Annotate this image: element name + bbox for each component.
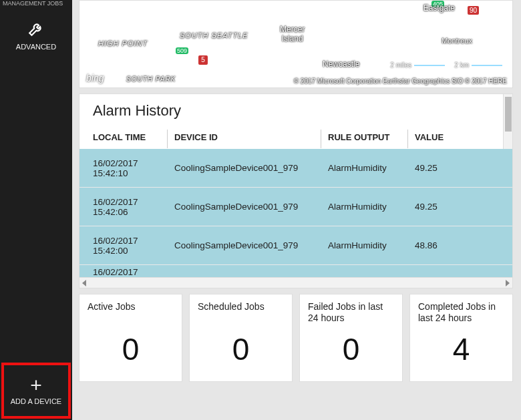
card-label: Active Jobs [88, 301, 174, 324]
card-value: 0 [198, 324, 284, 375]
failed-jobs-card: Failed Jobs in last 24 hours 0 [299, 294, 403, 382]
cell-device: CoolingSampleDevice001_979 [174, 202, 328, 212]
main-content: 405 90 509 5 Eastgate Mercer Island SOUT… [72, 0, 521, 420]
map[interactable]: 405 90 509 5 Eastgate Mercer Island SOUT… [79, 0, 513, 88]
sidebar: MANAGEMENT JOBS ADVANCED + ADD A DEVICE [0, 0, 72, 420]
col-header-device-id[interactable]: DEVICE ID [174, 132, 328, 142]
completed-jobs-card: Completed Jobs in last 24 hours 4 [409, 294, 513, 382]
card-label: Completed Jobs in last 24 hours [418, 301, 504, 324]
sidebar-item-label: ADVANCED [16, 43, 56, 51]
horizontal-scrollbar[interactable] [79, 277, 512, 288]
table-row[interactable]: 16/02/2017 [79, 265, 512, 277]
plus-icon: + [30, 376, 42, 395]
map-label-newcastle: Newcastle [323, 59, 359, 69]
table-header: LOCAL TIME DEVICE ID RULE OUTPUT VALUE [79, 125, 512, 149]
map-label-montreux: Montreux [442, 37, 472, 45]
card-label: Scheduled Jobs [198, 301, 284, 324]
map-attribution: © 2017 Microsoft Corporation Earthstar G… [294, 77, 507, 85]
map-scale-miles: 2 miles [390, 61, 446, 69]
add-device-label: ADD A DEVICE [11, 397, 61, 405]
map-label-south-park: SOUTH PARK [126, 75, 176, 83]
cell-value: 49.25 [415, 202, 475, 212]
table-row[interactable]: 16/02/2017 15:42:06 CoolingSampleDevice0… [79, 188, 512, 226]
map-label-eastgate: Eastgate [423, 3, 455, 13]
map-scale-km: 2 km [454, 61, 503, 69]
jobs-summary-row: Active Jobs 0 Scheduled Jobs 0 Failed Jo… [79, 294, 513, 382]
route-509-shield-icon: 509 [176, 47, 188, 54]
route-90-shield-icon: 90 [468, 6, 479, 15]
panel-title: Alarm History [79, 94, 512, 125]
cell-time: 16/02/2017 15:42:06 [88, 197, 174, 217]
bing-logo: bing [86, 73, 104, 83]
cell-value: 48.86 [415, 240, 475, 250]
table-row[interactable]: 16/02/2017 15:42:10 CoolingSampleDevice0… [79, 149, 512, 188]
cell-device: CoolingSampleDevice001_979 [174, 240, 328, 250]
col-header-value[interactable]: VALUE [415, 132, 475, 142]
alarm-table: LOCAL TIME DEVICE ID RULE OUTPUT VALUE 1… [79, 125, 512, 277]
add-device-button[interactable]: + ADD A DEVICE [1, 363, 71, 419]
card-value: 4 [418, 324, 504, 375]
route-5-shield-icon: 5 [198, 55, 208, 65]
col-header-local-time[interactable]: LOCAL TIME [88, 132, 174, 142]
table-row[interactable]: 16/02/2017 15:42:00 CoolingSampleDevice0… [79, 226, 512, 265]
cell-time: 16/02/2017 15:42:00 [88, 236, 174, 256]
col-header-rule-output[interactable]: RULE OUTPUT [328, 132, 415, 142]
scheduled-jobs-card: Scheduled Jobs 0 [189, 294, 293, 382]
cell-time: 16/02/2017 15:42:10 [88, 158, 174, 178]
cell-rule: AlarmHumidity [328, 240, 415, 250]
alarm-history-panel: Alarm History LOCAL TIME DEVICE ID RULE … [79, 93, 513, 288]
card-value: 0 [308, 324, 394, 375]
active-jobs-card: Active Jobs 0 [79, 294, 182, 382]
cell-rule: AlarmHumidity [328, 163, 415, 173]
card-value: 0 [88, 324, 174, 375]
cell-time: 16/02/2017 [88, 267, 174, 277]
sidebar-item-advanced[interactable]: ADVANCED [0, 9, 72, 59]
map-label-south-seattle: SOUTH SEATTLE [180, 31, 248, 39]
card-label: Failed Jobs in last 24 hours [308, 301, 394, 324]
map-label-high-point: HIGH POINT [98, 39, 148, 47]
cell-device: CoolingSampleDevice001_979 [174, 163, 328, 173]
cell-value: 49.25 [415, 163, 475, 173]
wrench-icon [27, 20, 45, 39]
cell-rule: AlarmHumidity [328, 202, 415, 212]
map-label-mercer-island: Mercer Island [280, 25, 305, 43]
sidebar-item-management-jobs[interactable]: MANAGEMENT JOBS [0, 0, 72, 9]
